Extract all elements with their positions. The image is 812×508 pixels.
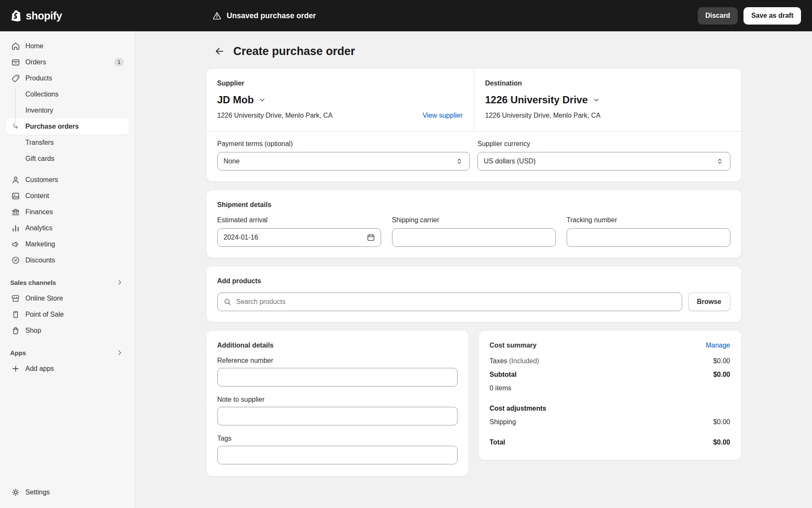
sidebar-item-label: Inventory [25,107,53,114]
sidebar-item-products[interactable]: Products [6,70,129,86]
sidebar-item-discounts[interactable]: Discounts [6,252,129,268]
sidebar-item-purchase-orders[interactable]: Purchase orders [6,119,129,135]
shopify-logo[interactable]: shopify [0,10,73,22]
select-caret-icon [716,157,724,166]
cost-summary-card: Cost summary Manage Taxes (Included) $0.… [479,331,741,460]
content-icon [11,191,20,201]
sidebar-item-inventory[interactable]: Inventory [6,102,129,119]
warning-icon [212,11,222,20]
save-as-draft-button[interactable]: Save as draft [743,7,801,25]
supplier-currency-select[interactable]: US dollars (USD) [477,152,730,171]
taxes-value: $0.00 [713,357,730,365]
supplier-currency-value: US dollars (USD) [484,157,536,165]
back-arrow-icon [214,46,225,57]
shopify-bag-icon [11,10,22,22]
total-label: Total [490,439,505,446]
supplier-currency-label: Supplier currency [477,140,730,148]
destination-dropdown[interactable]: 1226 University Drive [485,94,730,106]
shipment-details-title: Shipment details [217,201,730,209]
estimated-arrival-field: Estimated arrival [217,216,381,247]
reference-number-input[interactable] [217,368,458,387]
payment-terms-field: Payment terms (optional) None [217,140,470,171]
manage-link[interactable]: Manage [706,342,730,349]
destination-address: 1226 University Drive, Menlo Park, CA [485,112,601,119]
destination-name: 1226 University Drive [485,94,588,106]
browse-button[interactable]: Browse [688,293,730,311]
sidebar-item-point-of-sale[interactable]: Point of Sale [6,306,129,323]
supplier-destination-card: Supplier JD Mob 1226 University Drive, M… [206,69,741,182]
taxes-row: Taxes (Included) $0.00 [490,354,730,368]
cost-summary-title: Cost summary [490,342,537,349]
sidebar-item-finances[interactable]: Finances [6,204,129,220]
payment-terms-select[interactable]: None [217,152,470,171]
search-products-input[interactable] [217,293,682,311]
items-count: 0 items [490,384,512,392]
status-text: Unsaved purchase order [227,11,316,20]
tags-input[interactable] [217,446,458,464]
shipping-carrier-field: Shipping carrier [392,216,556,247]
shipment-details-card: Shipment details Estimated arrival Shipp… [206,190,741,258]
sidebar-item-label: Products [25,75,52,82]
sidebar-item-transfers[interactable]: Transfers [6,135,129,151]
tracking-number-field: Tracking number [567,216,730,247]
cost-adjustments-row: Cost adjustments [490,402,730,415]
sidebar-item-shop[interactable]: Shop [6,323,129,339]
supplier-dropdown[interactable]: JD Mob [217,94,463,106]
shopify-wordmark: shopify [26,10,62,22]
note-to-supplier-input[interactable] [217,407,458,425]
sidebar-item-label: Orders [25,58,46,66]
sidebar-item-label: Transfers [25,139,54,146]
tags-field: Tags [217,435,458,464]
shipping-carrier-input[interactable] [392,228,556,247]
point-of-sale-icon [11,310,20,319]
shipping-row: Shipping $0.00 [490,415,730,429]
sidebar-header-apps[interactable]: Apps [6,345,129,361]
sidebar-item-label: Settings [25,489,50,496]
sidebar-item-gift-cards[interactable]: Gift cards [6,151,129,167]
sidebar-item-label: Analytics [25,224,52,232]
tags-label: Tags [217,435,458,442]
page-header: Create purchase order [206,44,741,58]
sidebar-item-online-store[interactable]: Online Store [6,290,129,306]
sidebar-item-home[interactable]: Home [6,38,129,54]
add-products-title: Add products [217,277,730,285]
shop-bag-icon [11,326,20,335]
view-supplier-link[interactable]: View supplier [422,112,463,119]
sidebar-item-marketing[interactable]: Marketing [6,236,129,252]
sidebar-header-sales-channels[interactable]: Sales channels [6,274,129,290]
shipping-carrier-label: Shipping carrier [392,216,556,224]
sidebar-item-customers[interactable]: Customers [6,172,129,188]
destination-label: Destination [485,80,730,87]
sidebar-item-analytics[interactable]: Analytics [6,220,129,236]
sidebar-item-collections[interactable]: Collections [6,86,129,102]
sidebar-item-label: Online Store [25,295,63,302]
note-to-supplier-field: Note to supplier [217,396,458,425]
chevron-down-icon [592,96,601,104]
analytics-bar-chart-icon [11,224,20,233]
supplier-address: 1226 University Drive, Menlo Park, CA [217,112,333,119]
sidebar: Home Orders 1 Products Collections Inven… [0,31,135,508]
sidebar-item-add-apps[interactable]: Add apps [6,361,129,377]
topbar-actions: Discard Save as draft [698,7,812,25]
add-products-card: Add products Browse [206,266,741,322]
discard-button[interactable]: Discard [698,7,738,25]
finances-bank-icon [11,207,20,217]
sidebar-item-orders[interactable]: Orders 1 [6,54,129,70]
shipping-label: Shipping [490,418,516,426]
estimated-arrival-input[interactable] [217,228,381,247]
items-count-row: 0 items [490,381,730,395]
note-to-supplier-label: Note to supplier [217,396,458,403]
sidebar-item-settings[interactable]: Settings [6,484,129,500]
sidebar-item-content[interactable]: Content [6,188,129,204]
tracking-number-input[interactable] [567,228,730,247]
sidebar-item-label: Purchase orders [25,123,79,130]
apps-label: Apps [10,349,26,356]
sidebar-item-label: Discounts [25,257,55,264]
sidebar-item-label: Content [25,192,49,200]
chevron-down-icon [258,96,266,104]
back-button[interactable] [212,44,227,58]
sidebar-item-label: Marketing [25,240,55,248]
sidebar-item-label: Collections [25,91,58,98]
topbar: shopify Unsaved purchase order Discard S… [0,0,812,31]
cost-adjustments-label: Cost adjustments [490,405,546,412]
